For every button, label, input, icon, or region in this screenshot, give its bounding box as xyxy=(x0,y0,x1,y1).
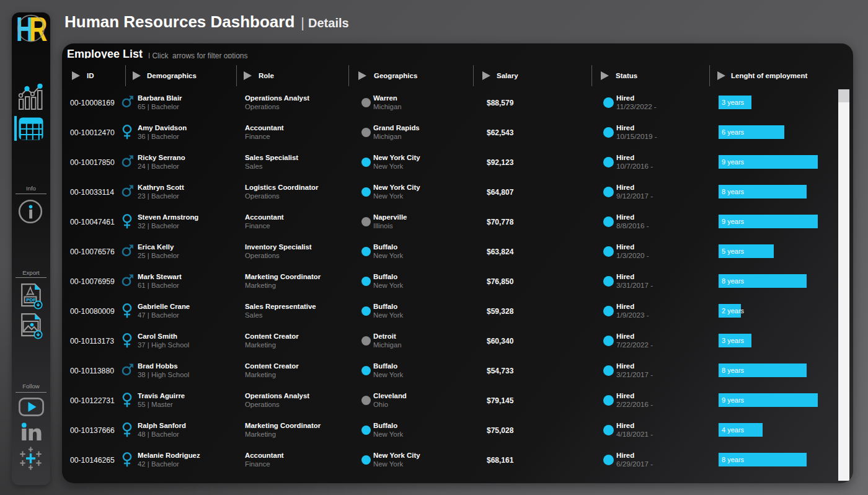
svg-text:PDF: PDF xyxy=(26,297,36,303)
